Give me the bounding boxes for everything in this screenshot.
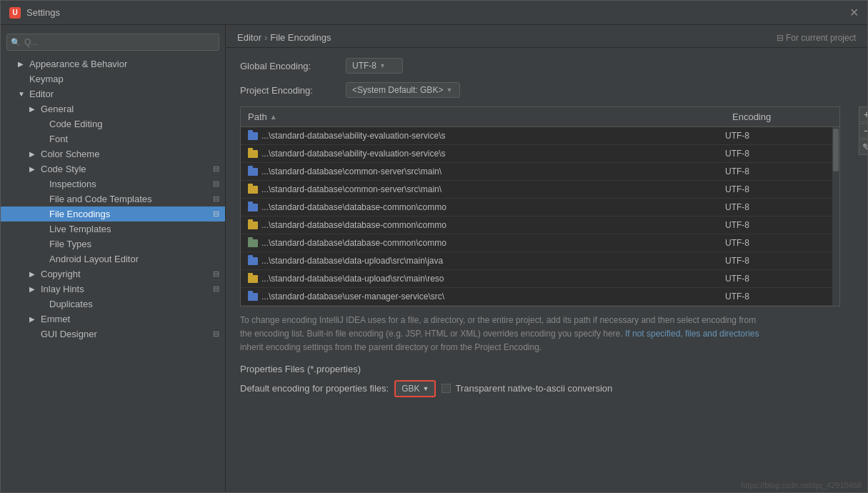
global-encoding-row: Global Encoding: UTF-8 ▼ (240, 58, 853, 74)
sidebar-item-inlay-hints[interactable]: ▶ Inlay Hints ⊟ (1, 282, 225, 297)
sidebar-item-inspections[interactable]: Inspections ⊟ (1, 176, 225, 191)
vertical-scrollbar[interactable] (832, 127, 839, 306)
folder-icon (248, 186, 258, 194)
sidebar-item-label: File Types (49, 239, 91, 249)
properties-label: Default encoding for properties files: (240, 383, 389, 394)
arrow-icon: ▶ (18, 60, 26, 68)
global-encoding-dropdown[interactable]: UTF-8 ▼ (346, 58, 403, 74)
dropdown-caret-icon: ▼ (379, 62, 386, 69)
global-encoding-label: Global Encoding: (240, 61, 340, 71)
sidebar-item-file-code-templates[interactable]: File and Code Templates ⊟ (1, 191, 225, 206)
search-input[interactable] (6, 34, 219, 51)
badge-icon: ⊟ (213, 284, 219, 294)
badge-icon: ⊟ (213, 269, 219, 279)
folder-icon (248, 257, 258, 265)
breadcrumb-editor[interactable]: Editor (237, 32, 261, 43)
sidebar-item-color-scheme[interactable]: ▶ Color Scheme (1, 146, 225, 161)
project-encoding-row: Project Encoding: <System Default: GBK> … (240, 82, 853, 98)
sidebar-item-label: General (41, 104, 74, 114)
sidebar-item-label: Code Style (41, 164, 86, 174)
sidebar-item-appearance[interactable]: ▶ Appearance & Behavior (1, 56, 225, 71)
url-watermark: https://blog.csdn.net/qq_42910468 (741, 481, 862, 489)
table-row[interactable]: ...\standard-database\database-common\co… (241, 216, 832, 234)
sidebar-item-label: Color Scheme (41, 149, 99, 159)
sidebar-item-file-encodings[interactable]: File Encodings ⊟ (1, 206, 225, 221)
folder-icon (248, 168, 258, 176)
search-box[interactable]: 🔍 (6, 34, 219, 51)
app-icon: U (9, 7, 21, 19)
sidebar-item-file-types[interactable]: File Types (1, 236, 225, 252)
remove-row-button[interactable]: − (859, 123, 867, 139)
sidebar-item-font[interactable]: Font (1, 131, 225, 146)
table-row[interactable]: ...\standard-database\ability-evaluation… (241, 127, 832, 145)
settings-body: Global Encoding: UTF-8 ▼ Project Encodin… (226, 48, 867, 492)
for-project-link[interactable]: ⊟ For current project (777, 33, 856, 43)
sidebar-item-keymap[interactable]: Keymap (1, 71, 225, 86)
col-encoding-header[interactable]: Encoding (725, 110, 839, 124)
sidebar-item-emmet[interactable]: ▶ Emmet (1, 312, 225, 327)
sidebar-item-code-style[interactable]: ▶ Code Style ⊟ (1, 161, 225, 176)
arrow-icon: ▶ (29, 315, 38, 323)
badge-icon: ⊟ (213, 329, 219, 339)
sidebar-item-label: Inlay Hints (41, 284, 84, 294)
project-encoding-dropdown[interactable]: <System Default: GBK> ▼ (346, 82, 460, 98)
settings-window: U Settings ✕ 🔍 ▶ Appearance & Behavior K… (0, 0, 868, 493)
add-row-button[interactable]: + (859, 106, 867, 122)
table-action-buttons: + − ✎ (859, 106, 867, 155)
sidebar: 🔍 ▶ Appearance & Behavior Keymap ▼ Edito… (1, 25, 226, 492)
encoding-table-wrapper: Path ▲ Encoding ...\standard-database\ab… (240, 106, 853, 307)
table-row[interactable]: ...\standard-database\database-common\co… (241, 234, 832, 252)
info-text: To change encoding IntelliJ IDEA uses fo… (240, 314, 853, 355)
sidebar-item-label: Appearance & Behavior (29, 59, 127, 69)
sidebar-item-label: Inspections (49, 179, 96, 189)
arrow-icon: ▼ (18, 90, 26, 98)
table-row[interactable]: ...\standard-database\user-manager-servi… (241, 288, 832, 306)
arrow-icon: ▶ (29, 105, 38, 113)
sidebar-item-gui-designer[interactable]: GUI Designer ⊟ (1, 327, 225, 342)
sidebar-item-android-layout[interactable]: Android Layout Editor (1, 252, 225, 267)
project-encoding-value: <System Default: GBK> (352, 85, 443, 95)
folder-icon (248, 239, 258, 247)
folder-icon (248, 221, 258, 229)
table-row[interactable]: ...\standard-database\database-common\co… (241, 199, 832, 216)
edit-row-button[interactable]: ✎ (859, 139, 867, 155)
sidebar-item-copyright[interactable]: ▶ Copyright ⊟ (1, 267, 225, 282)
badge-icon: ⊟ (213, 209, 219, 219)
table-row[interactable]: ...\standard-database\ability-evaluation… (241, 145, 832, 163)
gbk-encoding-dropdown[interactable]: GBK ▼ (394, 380, 436, 397)
col-path-header[interactable]: Path ▲ (241, 110, 725, 124)
scrollbar-thumb[interactable] (833, 129, 839, 171)
dropdown-caret-icon: ▼ (422, 385, 429, 392)
sidebar-item-code-editing[interactable]: Code Editing (1, 116, 225, 131)
transparent-conversion-checkbox[interactable] (442, 384, 451, 393)
search-icon: 🔍 (11, 38, 21, 47)
table-row[interactable]: ...\standard-database\common-server\src\… (241, 181, 832, 199)
sidebar-item-label: Emmet (41, 314, 70, 324)
sidebar-item-label: File Encodings (49, 209, 110, 219)
table-scroll-container: ...\standard-database\ability-evaluation… (241, 127, 839, 306)
sidebar-item-editor[interactable]: ▼ Editor (1, 86, 225, 101)
main-content: Editor › File Encodings ⊟ For current pr… (226, 25, 867, 492)
dropdown-caret-icon: ▼ (446, 86, 452, 94)
table-row[interactable]: ...\standard-database\data-upload\src\ma… (241, 252, 832, 270)
sidebar-item-general[interactable]: ▶ General (1, 101, 225, 116)
title-bar: U Settings ✕ (1, 1, 867, 25)
properties-row: Default encoding for properties files: G… (240, 380, 853, 397)
sidebar-item-label: Android Layout Editor (49, 254, 139, 264)
arrow-icon: ▶ (29, 270, 38, 278)
arrow-icon: ▶ (29, 165, 38, 173)
table-row[interactable]: ...\standard-database\common-server\src\… (241, 163, 832, 181)
folder-icon (248, 275, 258, 283)
breadcrumb-current: File Encodings (270, 32, 331, 43)
sidebar-item-label: Keymap (29, 74, 64, 84)
close-button[interactable]: ✕ (849, 6, 859, 19)
project-encoding-label: Project Encoding: (240, 85, 340, 96)
badge-icon: ⊟ (213, 164, 219, 174)
sidebar-item-duplicates[interactable]: Duplicates (1, 297, 225, 312)
transparent-conversion-label: Transparent native-to-ascii conversion (455, 383, 612, 394)
table-row[interactable]: ...\standard-database\data-upload\src\ma… (241, 270, 832, 288)
folder-icon (248, 150, 258, 158)
folder-icon (248, 293, 258, 301)
folder-icon (248, 132, 258, 140)
sidebar-item-live-templates[interactable]: Live Templates (1, 221, 225, 236)
